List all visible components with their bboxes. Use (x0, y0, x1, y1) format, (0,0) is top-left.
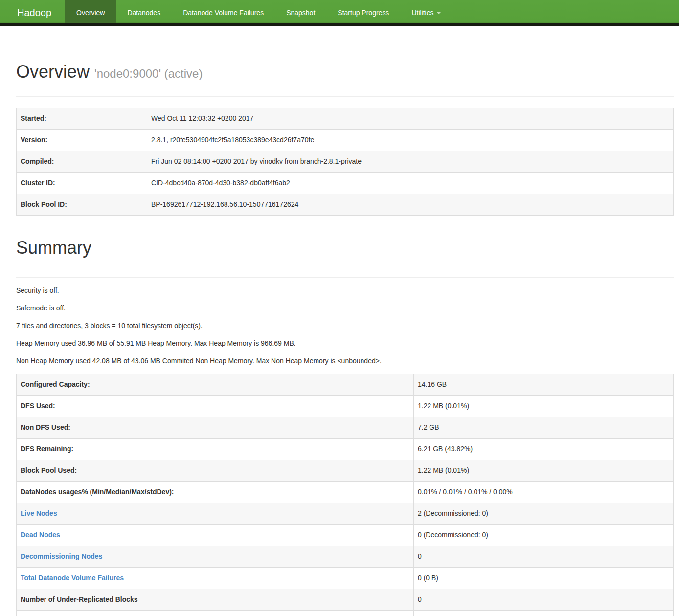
info-value-compiled: Fri Jun 02 08:14:00 +0200 2017 by vinodk… (147, 151, 674, 173)
hadoop-brand[interactable]: Hadoop (10, 0, 59, 23)
info-value-block-pool-id: BP-1692617712-192.168.56.10-150771617262… (147, 194, 674, 216)
nav-tab-utilities-dropdown[interactable]: Utilities (400, 0, 452, 23)
stat-label-configured-capacity: Configured Capacity: (17, 374, 414, 396)
chevron-down-icon (437, 12, 441, 14)
stat-value-dead-nodes: 0 (Decommissioned: 0) (414, 525, 674, 546)
table-row: Compiled: Fri Jun 02 08:14:00 +0200 2017… (17, 151, 674, 173)
table-row: Live Nodes 2 (Decommissioned: 0) (17, 503, 674, 525)
nav-tab-datanodes[interactable]: Datanodes (116, 0, 172, 23)
total-datanode-volume-failures-link[interactable]: Total Datanode Volume Failures (21, 574, 124, 582)
nav-tab-overview[interactable]: Overview (65, 0, 116, 23)
overview-header: Overview 'node0:9000' (active) (16, 61, 674, 97)
table-row: Block Pool Used: 1.22 MB (0.01%) (17, 460, 674, 482)
table-row: Started: Wed Oct 11 12:03:32 +0200 2017 (17, 108, 674, 130)
stat-label-dfs-used: DFS Used: (17, 396, 414, 417)
navbar-tabs: Overview Datanodes Datanode Volume Failu… (65, 0, 452, 23)
stat-value-datanodes-usages: 0.01% / 0.01% / 0.01% / 0.00% (414, 482, 674, 503)
table-row: Non DFS Used: 7.2 GB (17, 417, 674, 439)
summary-header: Summary (16, 237, 674, 278)
dead-nodes-link[interactable]: Dead Nodes (21, 531, 60, 539)
nav-tab-startup-progress[interactable]: Startup Progress (326, 0, 400, 23)
security-status-text: Security is off. (16, 286, 674, 295)
filesystem-objects-text: 7 files and directories, 3 blocks = 10 t… (16, 321, 674, 330)
info-label-block-pool-id: Block Pool ID: (17, 194, 147, 216)
utilities-label: Utilities (411, 9, 433, 17)
stat-label-block-pool-used: Block Pool Used: (17, 460, 414, 482)
table-row: Block Pool ID: BP-1692617712-192.168.56.… (17, 194, 674, 216)
info-value-started: Wed Oct 11 12:03:32 +0200 2017 (147, 108, 674, 130)
page-title: Overview 'node0:9000' (active) (16, 61, 674, 85)
table-row: Decommissioning Nodes 0 (17, 546, 674, 568)
stat-label-under-replicated-blocks: Number of Under-Replicated Blocks (17, 589, 414, 611)
info-label-cluster-id: Cluster ID: (17, 173, 147, 194)
namenode-address-subtitle: 'node0:9000' (active) (94, 67, 203, 80)
table-row: Number of Under-Replicated Blocks 0 (17, 589, 674, 611)
info-value-version: 2.8.1, r20fe5304904fc2f5a18053c389e43cd2… (147, 130, 674, 151)
info-label-started: Started: (17, 108, 147, 130)
stat-value-block-pool-used: 1.22 MB (0.01%) (414, 460, 674, 482)
stat-value-under-replicated-blocks: 0 (414, 589, 674, 611)
table-row: Configured Capacity: 14.16 GB (17, 374, 674, 396)
heap-memory-text: Heap Memory used 36.96 MB of 55.91 MB He… (16, 338, 674, 348)
stat-label-datanodes-usages: DataNodes usages% (Min/Median/Max/stdDev… (17, 482, 414, 503)
stat-value-configured-capacity: 14.16 GB (414, 374, 674, 396)
nav-tab-snapshot[interactable]: Snapshot (275, 0, 326, 23)
decommissioning-nodes-link[interactable]: Decommissioning Nodes (21, 552, 102, 560)
table-row: DFS Used: 1.22 MB (0.01%) (17, 396, 674, 417)
table-row: Version: 2.8.1, r20fe5304904fc2f5a18053c… (17, 130, 674, 151)
stat-value-volume-failures: 0 (0 B) (414, 568, 674, 589)
safemode-status-text: Safemode is off. (16, 303, 674, 313)
stat-label-blocks-pending-deletion: Number of Blocks Pending Deletion (17, 611, 414, 616)
table-row: Cluster ID: CID-4dbcd40a-870d-4d30-b382-… (17, 173, 674, 194)
table-row: Total Datanode Volume Failures 0 (0 B) (17, 568, 674, 589)
summary-title: Summary (16, 237, 674, 259)
table-row: Dead Nodes 0 (Decommissioned: 0) (17, 525, 674, 546)
table-row: DataNodes usages% (Min/Median/Max/stdDev… (17, 482, 674, 503)
table-row: DFS Remaining: 6.21 GB (43.82%) (17, 439, 674, 460)
info-label-compiled: Compiled: (17, 151, 147, 173)
stat-label-dfs-remaining: DFS Remaining: (17, 439, 414, 460)
live-nodes-link[interactable]: Live Nodes (21, 509, 57, 517)
top-navbar: Hadoop Overview Datanodes Datanode Volum… (0, 0, 679, 26)
info-value-cluster-id: CID-4dbcd40a-870d-4d30-b382-db0aff4f6ab2 (147, 173, 674, 194)
non-heap-memory-text: Non Heap Memory used 42.08 MB of 43.06 M… (16, 356, 674, 366)
stat-value-decommissioning-nodes: 0 (414, 546, 674, 568)
summary-stats-table: Configured Capacity: 14.16 GB DFS Used: … (16, 374, 674, 616)
info-label-version: Version: (17, 130, 147, 151)
page-content: Overview 'node0:9000' (active) Started: … (16, 61, 674, 616)
nav-tab-datanode-volume-failures[interactable]: Datanode Volume Failures (172, 0, 275, 23)
stat-value-non-dfs-used: 7.2 GB (414, 417, 674, 439)
overview-title-text: Overview (16, 62, 90, 82)
table-row: Number of Blocks Pending Deletion 0 (17, 611, 674, 616)
overview-info-table: Started: Wed Oct 11 12:03:32 +0200 2017 … (16, 108, 674, 216)
stat-label-non-dfs-used: Non DFS Used: (17, 417, 414, 439)
stat-value-dfs-remaining: 6.21 GB (43.82%) (414, 439, 674, 460)
stat-value-dfs-used: 1.22 MB (0.01%) (414, 396, 674, 417)
summary-paragraphs: Security is off. Safemode is off. 7 file… (16, 286, 674, 366)
stat-value-blocks-pending-deletion: 0 (414, 611, 674, 616)
stat-value-live-nodes: 2 (Decommissioned: 0) (414, 503, 674, 525)
